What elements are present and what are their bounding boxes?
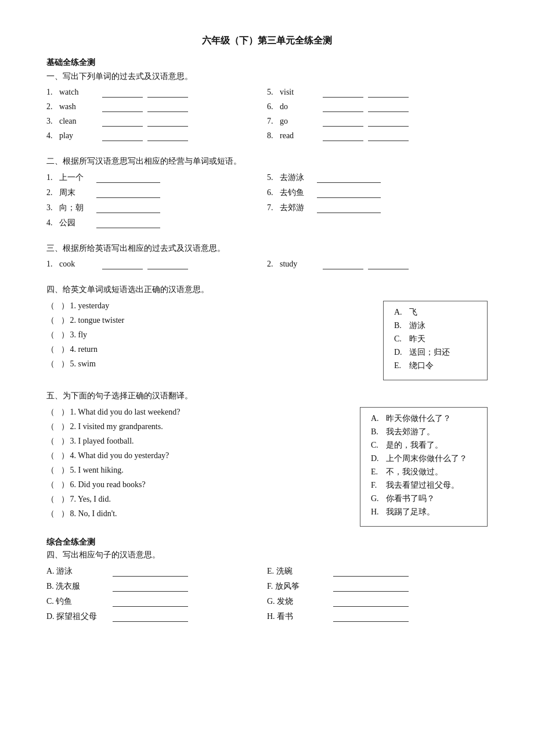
paren[interactable]: （ ） — [46, 330, 69, 340]
section1-title: 基础全练全测 — [46, 57, 488, 68]
item-label: do — [280, 102, 320, 111]
answer-blank[interactable] — [113, 567, 188, 577]
answer-blank[interactable] — [96, 173, 160, 183]
item-num: 2. tongue twister — [70, 316, 125, 325]
answer-blank[interactable] — [333, 612, 409, 622]
list-item: （ ） 2. tongue twister — [46, 315, 366, 326]
list-item: 4. play — [46, 131, 267, 141]
item-label: wash — [59, 102, 100, 111]
item-num: 4. — [46, 131, 59, 141]
option-item: E. 不，我没做过。 — [371, 467, 477, 477]
section5-list: （ ） 1. What did you do last weekend? （ ）… — [46, 407, 342, 523]
section6-right: E. 洗碗 F. 放风筝 G. 发烧 H. 看书 — [267, 566, 488, 627]
section4-choices: （ ） 1. yesterday （ ） 2. tongue twister （… — [46, 301, 488, 380]
answer-blank[interactable] — [368, 117, 409, 127]
answer-blank[interactable] — [333, 597, 409, 607]
answer-blank[interactable] — [317, 188, 381, 198]
list-item: （ ） 4. return — [46, 344, 366, 355]
answer-blank[interactable] — [323, 117, 363, 127]
section4-heading: 四、给英文单词或短语选出正确的汉语意思。 — [46, 285, 488, 295]
answer-blank[interactable] — [113, 612, 188, 622]
paren[interactable]: （ ） — [46, 422, 69, 432]
answer-blank[interactable] — [147, 88, 188, 98]
answer-blank[interactable] — [113, 582, 188, 592]
item-label: C. 钓鱼 — [46, 596, 110, 607]
answer-blank[interactable] — [96, 203, 160, 213]
answer-blank[interactable] — [368, 260, 409, 269]
answer-blank[interactable] — [333, 582, 409, 592]
answer-blank[interactable] — [96, 218, 160, 228]
item-num: 3. — [46, 203, 59, 213]
list-item: （ ） 5. I went hiking. — [46, 465, 342, 476]
paren[interactable]: （ ） — [46, 344, 69, 355]
section6-heading: 四、写出相应句子的汉语意思。 — [46, 550, 488, 560]
paren[interactable]: （ ） — [46, 465, 69, 476]
item-label: B. 洗衣服 — [46, 581, 110, 592]
answer-blank[interactable] — [102, 88, 143, 98]
answer-blank[interactable] — [323, 88, 363, 98]
item-num: 2. — [267, 260, 280, 269]
answer-blank[interactable] — [368, 131, 409, 141]
item-num: 3. fly — [70, 330, 88, 340]
section3-right: 2. study — [267, 260, 488, 274]
answer-blank[interactable] — [102, 102, 143, 112]
item-text: 4. What did you do yesterday? — [70, 451, 169, 460]
answer-blank[interactable] — [147, 131, 188, 141]
item-num: 7. — [267, 117, 280, 126]
list-item: B. 洗衣服 — [46, 581, 267, 592]
answer-blank[interactable] — [102, 131, 143, 141]
page-title: 六年级（下）第三单元全练全测 — [46, 35, 488, 47]
option-item: C. 昨天 — [394, 334, 477, 344]
answer-blank[interactable] — [317, 173, 381, 183]
item-num: 5. — [267, 88, 280, 97]
list-item: （ ） 2. I visited my grandparents. — [46, 422, 342, 432]
answer-blank[interactable] — [368, 102, 409, 112]
section2-right: 5. 去游泳 6. 去钓鱼 7. 去郊游 — [267, 172, 488, 233]
list-item: 3. 向；朝 — [46, 203, 267, 213]
list-item: 2. study — [267, 260, 488, 269]
item-text: 8. No, I didn't. — [70, 509, 117, 519]
option-item: C. 是的，我看了。 — [371, 440, 477, 451]
answer-blank[interactable] — [96, 188, 160, 198]
option-item: B. 游泳 — [394, 321, 477, 331]
paren[interactable]: （ ） — [46, 480, 69, 490]
answer-blank[interactable] — [147, 117, 188, 127]
item-label: 向；朝 — [59, 203, 94, 213]
section4-list: （ ） 1. yesterday （ ） 2. tongue twister （… — [46, 301, 366, 373]
paren[interactable]: （ ） — [46, 359, 69, 369]
item-num: 8. — [267, 131, 280, 141]
item-text: 1. What did you do last weekend? — [70, 408, 181, 417]
answer-blank[interactable] — [102, 117, 143, 127]
answer-blank[interactable] — [147, 260, 188, 269]
item-text: 2. I visited my grandparents. — [70, 422, 163, 431]
answer-blank[interactable] — [102, 260, 143, 269]
option-item: G. 你看书了吗？ — [371, 494, 477, 504]
option-item: A. 昨天你做什么了？ — [371, 413, 477, 424]
answer-blank[interactable] — [323, 102, 363, 112]
paren[interactable]: （ ） — [46, 509, 69, 519]
answer-blank[interactable] — [368, 88, 409, 98]
section3-heading: 三、根据所给英语写出相应的过去式及汉语意思。 — [46, 243, 488, 254]
paren[interactable]: （ ） — [46, 451, 69, 461]
paren[interactable]: （ ） — [46, 436, 69, 447]
paren[interactable]: （ ） — [46, 494, 69, 505]
answer-blank[interactable] — [317, 203, 381, 213]
item-label: clean — [59, 117, 100, 126]
item-label: read — [280, 131, 320, 141]
list-item: H. 看书 — [267, 611, 488, 622]
item-label: 去钓鱼 — [280, 188, 315, 198]
item-num: 1. — [46, 173, 59, 182]
item-num: 6. — [267, 188, 280, 197]
item-label: 去游泳 — [280, 172, 315, 183]
answer-blank[interactable] — [333, 567, 409, 577]
section4-options-box: A. 飞 B. 游泳 C. 昨天 D. 送回；归还 E. 绕口令 — [383, 301, 488, 380]
paren[interactable]: （ ） — [46, 407, 69, 417]
answer-blank[interactable] — [113, 597, 188, 607]
answer-blank[interactable] — [323, 131, 363, 141]
list-item: （ ） 8. No, I didn't. — [46, 509, 342, 519]
paren[interactable]: （ ） — [46, 315, 69, 326]
answer-blank[interactable] — [147, 102, 188, 112]
list-item: 1. 上一个 — [46, 172, 267, 183]
paren[interactable]: （ ） — [46, 301, 69, 311]
answer-blank[interactable] — [323, 260, 363, 269]
